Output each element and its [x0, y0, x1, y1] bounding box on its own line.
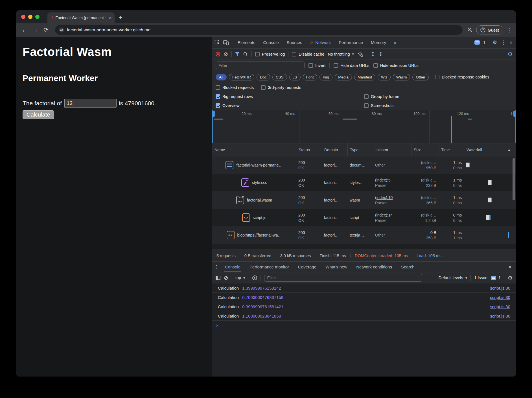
chip-other[interactable]: Other [412, 74, 429, 80]
calculate-button[interactable]: Calculate [23, 110, 54, 119]
log-levels-dropdown[interactable]: Default levels ▾ [439, 275, 467, 280]
invert-option[interactable]: Invert [308, 63, 325, 68]
drawer-tab-whats-new[interactable]: What's new [322, 262, 351, 272]
table-row[interactable]: style.css 200OK factori… styles… (index)… [212, 174, 516, 191]
chip-fetch-xhr[interactable]: Fetch/XHR [229, 74, 254, 80]
column-waterfall[interactable]: Waterfall ▲ [464, 143, 516, 156]
tab-memory[interactable]: Memory [368, 37, 389, 48]
invert-checkbox[interactable] [308, 63, 313, 68]
chip-font[interactable]: Font [303, 74, 317, 80]
disable-cache-checkbox[interactable] [292, 52, 296, 56]
browser-menu-icon[interactable]: ⋮ [507, 27, 512, 33]
network-settings-gear-icon[interactable]: ⚙ [508, 51, 513, 57]
record-icon[interactable] [216, 52, 220, 56]
table-row[interactable]: <>script.js 200OK factori… script (index… [212, 209, 516, 226]
close-window-button[interactable] [21, 15, 25, 19]
column-status[interactable]: Status [296, 143, 322, 156]
tab-network[interactable]: ⚠ Network [308, 37, 334, 48]
hide-extension-urls-checkbox[interactable] [373, 63, 378, 68]
disable-cache-option[interactable]: Disable cache [292, 52, 324, 56]
big-request-rows-option[interactable]: Big request rows [216, 94, 364, 99]
chip-ws[interactable]: WS [378, 74, 391, 80]
overview-right-handle[interactable] [513, 111, 516, 117]
drawer-menu-icon[interactable]: ⋮ [214, 264, 219, 270]
network-filter-input[interactable] [216, 62, 305, 69]
minimize-window-button[interactable] [28, 15, 32, 19]
throttling-dropdown[interactable]: No throttling ▾ [328, 52, 354, 56]
blocked-requests-checkbox[interactable] [216, 85, 220, 90]
filter-funnel-icon[interactable] [235, 52, 240, 56]
console-prompt[interactable]: › [212, 321, 516, 330]
tab-sources[interactable]: Sources [284, 37, 305, 48]
column-name[interactable]: Name [212, 143, 296, 156]
back-button[interactable]: ← [20, 27, 29, 33]
screenshots-option[interactable]: Screenshots [364, 103, 513, 108]
drawer-tab-coverage[interactable]: Coverage [295, 262, 320, 272]
chip-doc[interactable]: Doc [257, 74, 270, 80]
column-domain[interactable]: Domain [322, 143, 347, 156]
network-conditions-icon[interactable] [357, 51, 364, 57]
tab-close-icon[interactable]: × [109, 16, 112, 20]
issues-icon[interactable] [474, 40, 480, 45]
table-row[interactable]: <>blob:https://factorial-wa… 200OK facto… [212, 226, 516, 244]
address-bar[interactable]: factorial-wasm-permanent-worker.glitch.m… [55, 25, 463, 35]
source-link[interactable]: script.js:30 [490, 314, 510, 318]
chip-img[interactable]: Img [319, 74, 333, 80]
chip-wasm[interactable]: Wasm [393, 74, 410, 80]
console-settings-gear-icon[interactable]: ⚙ [508, 275, 513, 281]
initiator-link[interactable]: (index):14 [375, 213, 409, 217]
blocked-cookies-checkbox[interactable] [435, 75, 439, 79]
column-size[interactable]: Size [411, 143, 439, 156]
network-overview-timeline[interactable]: 20 ms 40 ms 60 ms 80 ms 100 ms 120 ms 14… [212, 110, 516, 143]
chip-css[interactable]: CSS [272, 74, 287, 80]
third-party-checkbox[interactable] [261, 85, 266, 90]
blocked-requests-option[interactable]: Blocked requests [216, 85, 254, 90]
console-sidebar-icon[interactable] [216, 276, 220, 280]
tab-elements[interactable]: Elements [235, 37, 258, 48]
drawer-tab-console[interactable]: Console [222, 262, 244, 272]
context-selector[interactable]: top ▾ [235, 275, 245, 280]
issues-counter[interactable]: 1 Issue: 1 [474, 275, 501, 280]
blocked-cookies-option[interactable]: Blocked response cookies [435, 75, 489, 79]
drawer-close-icon[interactable]: × [508, 264, 514, 270]
initiator-link[interactable]: (index):10 [375, 195, 409, 200]
source-link[interactable]: script.js:30 [490, 295, 510, 300]
console-filter-input[interactable] [264, 274, 422, 282]
chip-all[interactable]: All [216, 74, 227, 80]
tab-console[interactable]: Console [261, 37, 281, 48]
clear-icon[interactable]: ⊘ [224, 51, 228, 57]
devtools-menu-icon[interactable]: ⋮ [501, 39, 506, 46]
clear-console-icon[interactable]: ⊘ [224, 275, 228, 281]
group-by-frame-option[interactable]: Group by frame [364, 94, 513, 99]
reload-button[interactable]: ⟳ [41, 27, 51, 33]
tab-performance[interactable]: Performance [336, 37, 365, 48]
live-expression-icon[interactable] [252, 275, 257, 280]
overview-left-handle[interactable] [212, 111, 215, 117]
factorial-input[interactable] [64, 99, 117, 108]
site-settings-icon[interactable] [59, 27, 64, 32]
chip-media[interactable]: Media [335, 74, 352, 80]
column-time[interactable]: Time [439, 143, 464, 156]
console-message[interactable]: Calculation 0.3999999761581421 script.js… [212, 302, 516, 311]
table-row[interactable]: WAfactorial.wasm 200OK factori… wasm (in… [212, 191, 516, 209]
source-link[interactable]: script.js:30 [490, 304, 510, 309]
overview-checkbox[interactable] [216, 103, 220, 108]
settings-gear-icon[interactable]: ⚙ [492, 39, 497, 46]
screenshots-checkbox[interactable] [364, 103, 369, 108]
profile-button[interactable]: Guest [476, 25, 503, 34]
forward-button[interactable]: → [31, 27, 40, 33]
new-tab-button[interactable]: + [119, 14, 122, 21]
hide-data-urls-option[interactable]: Hide data URLs [334, 63, 369, 68]
browser-tab[interactable]: ! Factorial Wasm (permanent W × [47, 12, 115, 23]
column-type[interactable]: Type [347, 143, 373, 156]
hide-data-urls-checkbox[interactable] [334, 63, 338, 68]
hide-extension-urls-option[interactable]: Hide extension URLs [373, 63, 419, 68]
drawer-tab-search[interactable]: Search [398, 262, 418, 272]
overview-option[interactable]: Overview [216, 103, 364, 108]
chip-js[interactable]: JS [289, 74, 301, 80]
table-scrollbar[interactable] [513, 158, 515, 200]
third-party-option[interactable]: 3rd-party requests [261, 85, 301, 90]
console-message[interactable]: Calculation 1.399999976158142 script.js:… [212, 283, 516, 293]
column-initiator[interactable]: Initiator [373, 143, 411, 156]
table-row[interactable]: factorial-wasm-permane… 200OK factori… d… [212, 156, 516, 174]
